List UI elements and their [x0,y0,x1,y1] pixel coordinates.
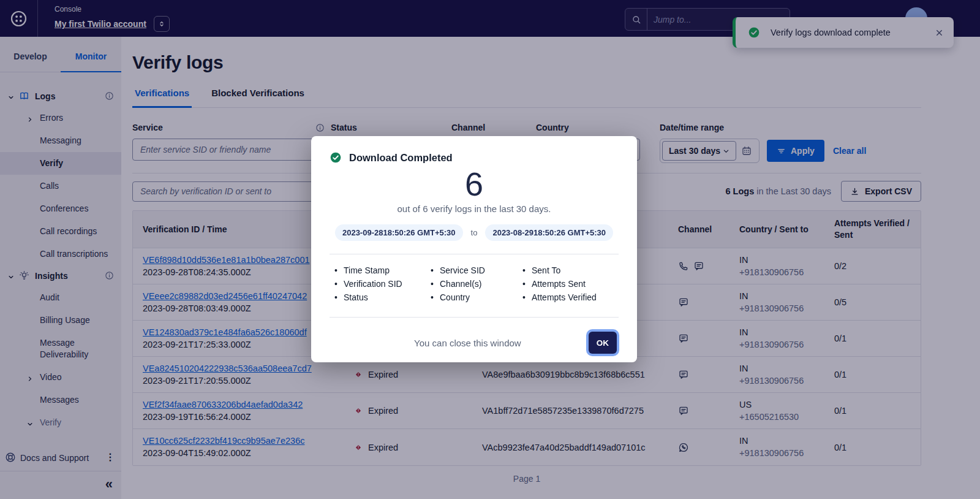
download-subtitle: out of 6 verify logs in the last 30 days… [330,204,619,214]
field-item: Time Stamp [334,264,431,277]
close-window-note: You can close this window [414,338,521,348]
field-item: Attempts Sent [522,277,619,291]
download-completed-modal: Download Completed 6 out of 6 verify log… [311,136,637,362]
field-item: Status [334,291,431,304]
success-check-icon [330,151,342,164]
to-label: to [471,228,478,237]
field-item: Attempts Verified [522,291,619,304]
field-item: Verification SID [334,277,431,291]
ok-button[interactable]: OK [589,332,617,354]
date-to-badge: 2023-08-2918:50:26 GMT+5:30 [485,224,613,241]
field-item: Sent To [522,264,619,277]
exported-fields-list: Time Stamp Verification SID Status Servi… [330,264,619,304]
field-item: Country [431,291,522,304]
modal-divider [330,254,619,254]
download-count: 6 [330,166,619,202]
modal-divider [330,317,619,318]
field-item: Channel(s) [431,277,522,291]
modal-title: Download Completed [349,152,453,164]
date-from-badge: 2023-09-2818:50:26 GMT+5:30 [335,224,463,241]
field-item: Service SID [431,264,522,277]
